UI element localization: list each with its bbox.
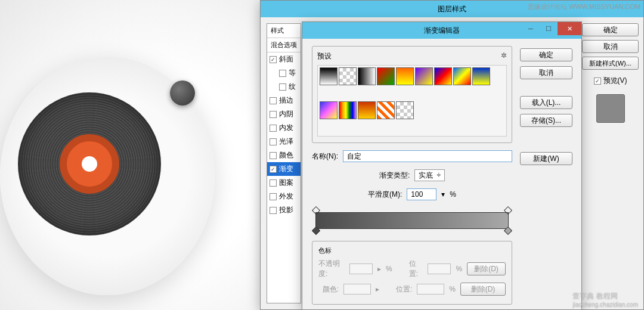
record-disc (18, 92, 161, 235)
chevron-updown-icon: ÷ (436, 171, 441, 179)
ok-button[interactable]: 确定 (520, 48, 572, 61)
preset-swatch[interactable] (339, 101, 357, 119)
preset-swatch[interactable] (396, 67, 414, 85)
percent-label: % (450, 190, 456, 199)
smooth-label: 平滑度(M): (368, 190, 402, 200)
checkbox-icon[interactable] (279, 70, 286, 77)
sidebar-item-bevel[interactable]: ✓斜面 (267, 52, 301, 66)
checkbox-icon[interactable] (270, 138, 277, 145)
sidebar-style-header[interactable]: 样式 (267, 24, 301, 38)
save-button[interactable]: 存储(S)... (520, 114, 572, 127)
gradient-preview[interactable] (315, 212, 509, 229)
checkbox-icon[interactable] (279, 83, 286, 91)
sidebar-item-gradient-overlay[interactable]: ✓渐变 (267, 162, 301, 176)
preset-swatch[interactable] (377, 101, 395, 119)
watermark-main: 查字典 教程网 (572, 291, 638, 301)
preview-label: 预览(V) (603, 76, 627, 86)
watermark-top: 思缘设计论坛 WWW.MISSYUAN.COM (528, 2, 640, 11)
preset-swatch[interactable] (453, 67, 471, 85)
smooth-row: 平滑度(M): 100 ▾ % (312, 188, 512, 200)
preset-swatch[interactable] (339, 67, 357, 85)
opacity-input (349, 264, 373, 274)
position-input (428, 264, 451, 274)
sidebar-item-color-overlay[interactable]: 颜色 (267, 148, 301, 162)
preview-checkbox-row[interactable]: ✓ 预览(V) (594, 76, 627, 86)
type-select[interactable]: 实底 ÷ (414, 169, 445, 181)
name-input[interactable]: 自定 (343, 150, 512, 162)
sidebar-item-inner-glow[interactable]: 内发 (267, 121, 301, 135)
checkbox-icon[interactable]: ✓ (594, 78, 601, 85)
preset-swatch[interactable] (415, 67, 433, 85)
color-label: 颜色: (323, 284, 339, 294)
new-style-button[interactable]: 新建样式(W)... (582, 57, 639, 70)
sidebar-item-contour[interactable]: 等 (267, 66, 301, 80)
maximize-button[interactable]: ☐ (540, 22, 558, 35)
preview-swatch (596, 94, 625, 123)
layer-style-title: 图层样式 (438, 4, 466, 14)
position-label: 位置: (409, 259, 423, 279)
name-label: 名称(N): (312, 151, 338, 162)
sidebar-item-stroke[interactable]: 描边 (267, 94, 301, 107)
stops-frame: 色标 不透明度: ▸% 位置: % 删除(D) 颜色: ▸ 位置: % 删除(D (312, 241, 512, 305)
preset-swatch[interactable] (320, 101, 338, 119)
gradient-editor-title: 渐变编辑器 (424, 26, 460, 36)
presets-frame: 预设 ✲ (312, 46, 512, 143)
gradient-editor-window: 渐变编辑器 ─ ☐ ✕ 预设 ✲ (302, 21, 582, 310)
sidebar-item-drop-shadow[interactable]: 投影 (267, 203, 301, 217)
preset-swatch[interactable] (358, 67, 376, 85)
layer-style-sidebar: 样式 混合选项 ✓斜面 等 纹 描边 内阴 内发 光泽 颜色 ✓渐变 图案 外发… (267, 23, 301, 303)
cancel-button[interactable]: 取消 (520, 66, 572, 79)
position-input (417, 284, 444, 294)
checkbox-icon[interactable] (270, 179, 277, 187)
gradient-editor-buttons: 确定 取消 载入(L)... 存储(S)... 新建(W) (521, 46, 572, 302)
layer-style-buttons: 确定 取消 新建样式(W)... ✓ 预览(V) (582, 23, 639, 123)
sidebar-item-pattern-overlay[interactable]: 图案 (267, 176, 301, 190)
dropdown-icon[interactable]: ▾ (441, 190, 445, 199)
smooth-input[interactable]: 100 (407, 188, 436, 200)
gradient-bar[interactable] (312, 212, 512, 229)
gradient-editor-titlebar[interactable]: 渐变编辑器 ─ ☐ ✕ (302, 22, 581, 39)
background-artwork (0, 0, 262, 310)
sidebar-item-texture[interactable]: 纹 (267, 80, 301, 94)
presets-label: 预设 (317, 51, 332, 61)
checkbox-icon[interactable] (270, 207, 277, 214)
cancel-button[interactable]: 取消 (582, 40, 639, 53)
close-button[interactable]: ✕ (558, 22, 581, 35)
preset-swatch[interactable] (358, 101, 376, 119)
checkbox-icon[interactable] (270, 111, 277, 118)
type-label: 渐变类型: (379, 170, 410, 181)
record-center (82, 156, 97, 172)
new-button[interactable]: 新建(W) (520, 152, 572, 165)
load-button[interactable]: 载入(L)... (520, 96, 572, 109)
type-row: 渐变类型: 实底 ÷ (312, 169, 512, 181)
sidebar-blend-header[interactable]: 混合选项 (267, 38, 301, 52)
ok-button[interactable]: 确定 (582, 23, 639, 36)
preset-swatch[interactable] (377, 67, 395, 85)
checkbox-icon[interactable]: ✓ (270, 56, 277, 63)
preset-swatch[interactable] (434, 67, 452, 85)
checkbox-icon[interactable] (270, 97, 277, 104)
opacity-label: 不透明度: (318, 259, 345, 279)
checkbox-icon[interactable] (270, 125, 277, 132)
color-input (343, 284, 371, 294)
preset-swatch[interactable] (472, 67, 490, 85)
sidebar-item-outer-glow[interactable]: 外发 (267, 190, 301, 203)
name-row: 名称(N): 自定 (312, 150, 512, 162)
sidebar-item-satin[interactable]: 光泽 (267, 135, 301, 148)
delete-button: 删除(D) (460, 283, 506, 296)
gear-icon[interactable]: ✲ (501, 51, 507, 61)
preset-grid[interactable] (317, 65, 507, 137)
delete-button: 删除(D) (467, 262, 506, 275)
checkbox-icon[interactable]: ✓ (270, 166, 277, 173)
checkbox-icon[interactable] (270, 152, 277, 159)
stops-label: 色标 (318, 246, 506, 255)
watermark-bottom: 查字典 教程网 jiaocheng.chazidian.com (572, 291, 638, 308)
minimize-button[interactable]: ─ (522, 22, 540, 35)
watermark-sub: jiaocheng.chazidian.com (572, 301, 638, 308)
preset-swatch[interactable] (396, 101, 414, 119)
sidebar-item-inner-shadow[interactable]: 内阴 (267, 107, 301, 121)
record-label (60, 134, 119, 194)
checkbox-icon[interactable] (270, 193, 277, 200)
knob (170, 80, 195, 106)
preset-swatch[interactable] (320, 67, 338, 85)
